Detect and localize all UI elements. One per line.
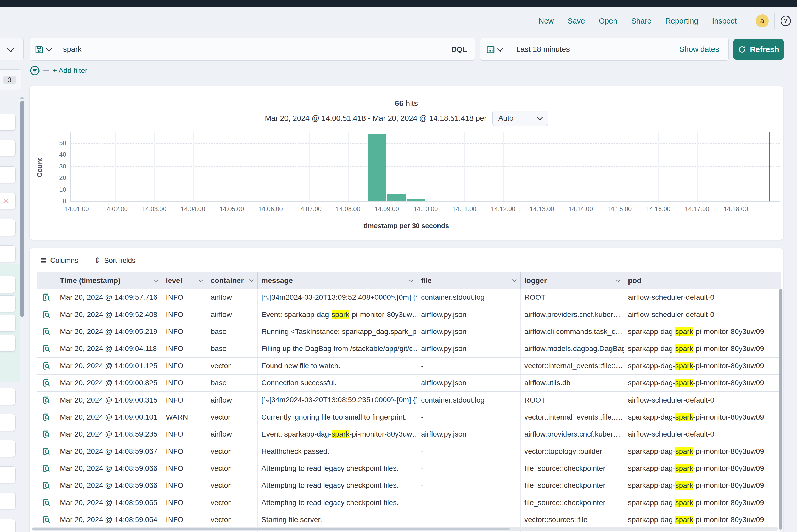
expand-document-button[interactable] xyxy=(37,358,56,374)
cell-logger: airflow.providers.cncf.kuber… xyxy=(521,306,624,323)
histogram-plot[interactable]: 0102030405014:01:0014:02:0014:03:0014:04… xyxy=(30,86,783,240)
hscroll-thumb[interactable] xyxy=(32,528,510,530)
field-button[interactable] xyxy=(0,315,16,331)
cell-level: INFO xyxy=(162,460,207,477)
expand-document-button[interactable] xyxy=(37,494,56,511)
sort-chevron-icon[interactable] xyxy=(409,277,413,282)
histogram-bar[interactable] xyxy=(387,194,406,201)
cell-container: vector xyxy=(207,443,258,460)
expand-document-button[interactable] xyxy=(37,477,56,494)
column-header-container[interactable]: container xyxy=(207,272,258,289)
expand-document-button[interactable] xyxy=(37,289,56,306)
scroll-up-arrow-icon[interactable] xyxy=(20,96,24,99)
column-header-level[interactable]: level xyxy=(162,272,207,289)
avatar[interactable]: a xyxy=(756,14,769,27)
query-language-button[interactable]: DQL xyxy=(451,45,475,54)
y-tick-label: 20 xyxy=(43,174,66,182)
date-quick-select-button[interactable] xyxy=(480,38,508,60)
table-row: Mar 20, 2024 @ 14:09:05.219INFObaseRunni… xyxy=(37,323,781,340)
x-gridline xyxy=(348,132,349,201)
expand-document-button[interactable] xyxy=(37,306,56,323)
search-highlight: spark xyxy=(332,310,349,319)
expand-document-button[interactable] xyxy=(37,323,56,340)
table-vertical-scrollbar[interactable] xyxy=(779,289,783,532)
field-button[interactable] xyxy=(0,467,16,483)
field-button[interactable]: ✕ xyxy=(0,192,16,209)
expand-document-button[interactable] xyxy=(37,426,56,442)
column-header-pod[interactable]: pod xyxy=(624,272,781,289)
remove-field-icon[interactable]: ✕ xyxy=(2,196,10,205)
field-button[interactable] xyxy=(0,114,16,131)
columns-button[interactable]: ≣ Columns xyxy=(40,256,78,265)
expand-document-button[interactable] xyxy=(37,511,56,528)
inspect-document-icon xyxy=(42,396,51,405)
search-highlight: spark xyxy=(675,464,693,473)
sidebar-collapse-button[interactable] xyxy=(0,38,23,60)
column-header-file[interactable]: file xyxy=(418,272,521,289)
field-button[interactable] xyxy=(0,493,16,509)
field-button[interactable] xyxy=(0,245,16,262)
field-button[interactable] xyxy=(0,519,16,532)
cell-container: airflow xyxy=(207,289,258,306)
saved-queries-button[interactable] xyxy=(30,38,56,60)
field-button[interactable] xyxy=(0,219,16,236)
nav-item-reporting[interactable]: Reporting xyxy=(665,17,698,25)
expand-document-button[interactable] xyxy=(37,460,56,477)
field-button[interactable] xyxy=(0,140,16,156)
nav-item-new[interactable]: New xyxy=(538,17,554,25)
filter-dash xyxy=(43,70,49,71)
sort-fields-button[interactable]: ⇕ Sort fields xyxy=(94,256,135,265)
time-range-value[interactable]: Last 18 minutes xyxy=(508,45,679,54)
expand-document-button[interactable] xyxy=(37,392,56,408)
column-header-message[interactable]: message xyxy=(258,272,418,289)
table-header-row: Time (timestamp)levelcontainermessagefil… xyxy=(37,272,781,289)
field-button[interactable] xyxy=(0,388,16,405)
table-horizontal-scrollbar[interactable] xyxy=(32,527,778,531)
cell-level: INFO xyxy=(162,358,207,374)
search-highlight: spark xyxy=(675,447,693,456)
filter-icon[interactable] xyxy=(30,65,40,76)
show-dates-link[interactable]: Show dates xyxy=(679,45,728,54)
selected-fields-count-box[interactable]: 3 xyxy=(0,69,21,90)
cell-message: Attempting to read legacy checkpoint fil… xyxy=(258,477,418,494)
columns-label: Columns xyxy=(50,256,78,265)
column-header-logger[interactable]: logger xyxy=(521,272,624,289)
sort-chevron-icon[interactable] xyxy=(198,277,203,282)
sort-chevron-icon[interactable] xyxy=(249,277,254,282)
table-row: Mar 20, 2024 @ 14:08:59.064INFOvectorSta… xyxy=(37,511,781,528)
cell-file: airflow.py.json xyxy=(418,323,521,340)
column-header-time-timestamp-[interactable]: Time (timestamp) xyxy=(56,272,162,289)
expand-document-button[interactable] xyxy=(37,340,56,357)
sort-chevron-icon[interactable] xyxy=(512,277,517,282)
expand-document-button[interactable] xyxy=(37,375,56,391)
field-button[interactable] xyxy=(0,414,16,431)
nav-item-save[interactable]: Save xyxy=(568,17,585,25)
sort-chevron-icon[interactable] xyxy=(616,277,620,282)
field-button[interactable] xyxy=(0,276,16,293)
add-filter-button[interactable]: + Add filter xyxy=(53,66,87,75)
nav-item-open[interactable]: Open xyxy=(599,17,617,25)
expand-document-button[interactable] xyxy=(37,443,56,460)
nav-item-share[interactable]: Share xyxy=(631,17,651,25)
search-highlight: spark xyxy=(675,379,693,387)
column-header-label: logger xyxy=(524,277,547,285)
sort-chevron-icon[interactable] xyxy=(153,277,158,282)
field-button[interactable] xyxy=(0,166,16,183)
x-gridline xyxy=(232,132,233,201)
cell-time: Mar 20, 2024 @ 14:08:59.067 xyxy=(56,443,162,460)
search-highlight: spark xyxy=(332,430,349,438)
x-axis-line xyxy=(70,201,780,202)
nav-item-inspect[interactable]: Inspect xyxy=(712,17,737,25)
histogram-bar[interactable] xyxy=(407,199,425,201)
field-button[interactable] xyxy=(0,440,16,457)
field-button[interactable] xyxy=(0,295,16,312)
help-icon[interactable]: ? xyxy=(780,16,791,26)
search-input[interactable]: spark xyxy=(56,45,451,54)
vscroll-thumb[interactable] xyxy=(779,289,782,530)
expand-document-button[interactable] xyxy=(37,409,56,425)
histogram-bar[interactable] xyxy=(368,134,386,201)
column-header-expand[interactable] xyxy=(37,272,56,289)
refresh-button[interactable]: Refresh xyxy=(734,39,784,60)
sidebar-scrollbar[interactable] xyxy=(20,101,24,317)
field-button[interactable] xyxy=(0,335,16,352)
